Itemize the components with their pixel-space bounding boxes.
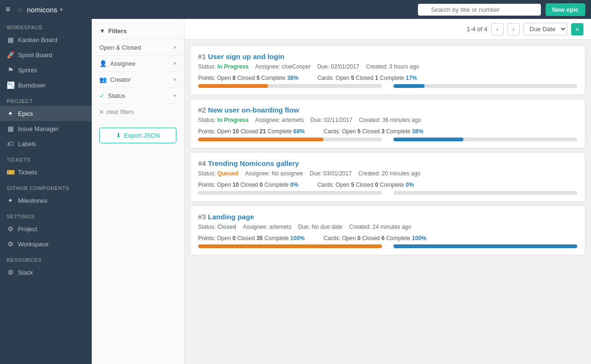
filter-status[interactable]: ✓ Status ▾ xyxy=(92,87,184,104)
clear-filters[interactable]: ✕ clear filters xyxy=(92,104,184,120)
epic-title: #4 Trending Nomicons gallery xyxy=(198,159,577,167)
slack-icon: ⚙ xyxy=(7,269,14,276)
home-icon[interactable]: ⌂ xyxy=(17,5,22,14)
filter-creator[interactable]: 👥 Creator ▾ xyxy=(92,71,184,87)
sidebar-item-tickets[interactable]: 🎫 Tickets xyxy=(0,165,92,180)
list-view-button[interactable]: ≡ xyxy=(571,23,583,35)
clear-icon: ✕ xyxy=(99,109,104,115)
prev-page-button[interactable]: ‹ xyxy=(491,23,504,35)
content-area: 1-4 of 4 ‹ › Due Date ≡ #1 User sign up … xyxy=(184,19,591,364)
sidebar-item-kanban[interactable]: ▦ Kanban Board xyxy=(0,32,92,47)
sidebar-item-milestones[interactable]: ✦ Milestones xyxy=(0,193,92,208)
cards-bar-container xyxy=(393,84,577,88)
points-bar-track xyxy=(198,84,382,88)
epic-points: Points: Open 8 Closed 5 Complete 38% xyxy=(198,75,298,81)
sidebar-item-issue-manager[interactable]: ▦ Issue Manager xyxy=(0,121,92,136)
filter-open-closed[interactable]: Open & Closed ▾ xyxy=(92,39,184,55)
new-epic-button[interactable]: New epic xyxy=(546,3,585,16)
sidebar-item-sprints[interactable]: ⚑ Sprints xyxy=(0,62,92,78)
sidebar-item-sprint[interactable]: 🚀 Sprint Board xyxy=(0,47,92,62)
epic-title: #1 User sign up and login xyxy=(198,52,577,61)
next-page-button[interactable]: › xyxy=(507,23,520,35)
main-body: Workspace ▦ Kanban Board 🚀 Sprint Board … xyxy=(0,19,591,364)
sidebar-label-kanban: Kanban Board xyxy=(18,36,57,43)
issue-manager-icon: ▦ xyxy=(7,125,14,132)
content-toolbar: 1-4 of 4 ‹ › Due Date ≡ xyxy=(184,19,591,40)
cards-bar-track xyxy=(393,138,577,141)
topbar-right: 🔍 New epic xyxy=(418,3,585,16)
epic-card[interactable]: #4 Trending Nomicons gallery Status: Que… xyxy=(190,152,585,202)
topbar: ≡ ⌂ nomicons ▾ 🔍 New epic xyxy=(0,0,591,19)
filter-assignee-left: 👤 Assignee xyxy=(99,60,135,67)
points-bar-container xyxy=(198,138,382,141)
epic-cards: Cards: Open 0 Closed 6 Complete 100% xyxy=(324,235,427,242)
epic-title: #3 Landing page xyxy=(198,213,577,221)
export-json-label: Export JSON xyxy=(124,132,160,139)
filter-assignee[interactable]: 👤 Assignee ▾ xyxy=(92,55,184,71)
cards-bar-fill xyxy=(393,84,425,88)
filter-header: ▼ Filters xyxy=(92,23,184,39)
cards-bar-fill xyxy=(393,244,577,248)
epic-points: Points: Open 0 Closed 35 Complete 100% xyxy=(198,235,305,242)
github-section-label: GitHub Components xyxy=(0,180,92,193)
filter-assignee-label: Assignee xyxy=(110,60,135,67)
sidebar-item-workspace-settings[interactable]: ⚙ Workspace xyxy=(0,236,92,251)
epic-card[interactable]: #1 User sign up and login Status: In Pro… xyxy=(190,45,585,95)
epic-number: #1 xyxy=(198,52,208,61)
hamburger-icon[interactable]: ≡ xyxy=(6,5,10,14)
epic-meta: Status: In Progress Assignee: cloeCooper… xyxy=(198,63,577,70)
sidebar-label-epics: Epics xyxy=(18,110,33,117)
epic-due: Due: 02/01/2017 xyxy=(317,63,359,70)
filter-open-closed-chevron: ▾ xyxy=(174,44,176,51)
sort-select[interactable]: Due Date xyxy=(523,23,567,35)
sidebar-item-slack[interactable]: ⚙ Slack xyxy=(0,265,92,280)
sidebar-label-sprints: Sprints xyxy=(18,67,37,74)
export-json-button[interactable]: ⬇ Export JSON xyxy=(99,128,176,143)
epic-meta: Status: In Progress Assignee: artemets D… xyxy=(198,117,577,123)
sprints-icon: ⚑ xyxy=(7,66,14,74)
sidebar-label-burndown: Burndown xyxy=(18,82,46,89)
points-bar-track xyxy=(198,191,382,195)
cards-bar-container xyxy=(393,244,577,248)
sidebar-item-burndown[interactable]: 📉 Burndown xyxy=(0,78,92,93)
epic-meta: Status: Closed Assignee: artemets Due: N… xyxy=(198,224,577,230)
workspace-section-label: Workspace xyxy=(0,19,92,32)
filter-creator-left: 👥 Creator xyxy=(99,76,130,83)
epic-card[interactable]: #3 Landing page Status: Closed Assignee:… xyxy=(190,206,585,255)
epic-bars xyxy=(198,191,577,195)
project-settings-icon: ⚙ xyxy=(7,225,14,233)
filter-panel: ▼ Filters Open & Closed ▾ 👤 Assignee ▾ 👥… xyxy=(92,19,184,364)
epic-cards: Cards: Open 5 Closed 3 Complete 38% xyxy=(324,128,424,135)
search-input[interactable] xyxy=(418,4,541,16)
epic-status-value: Queued xyxy=(217,170,239,177)
epic-created: Created: 24 minutes ago xyxy=(349,224,411,230)
settings-section-label: Settings xyxy=(0,208,92,221)
epic-cards: Cards: Open 5 Closed 0 Complete 0% xyxy=(317,182,414,188)
tickets-icon: 🎫 xyxy=(7,168,14,176)
sidebar-label-tickets: Tickets xyxy=(18,169,37,176)
epic-due: Due: 02/11/2017 xyxy=(310,117,352,123)
epic-stats: Points: Open 0 Closed 35 Complete 100% C… xyxy=(198,235,577,242)
epic-points: Points: Open 10 Closed 0 Complete 0% xyxy=(198,182,298,188)
dropdown-arrow-icon[interactable]: ▾ xyxy=(60,7,63,13)
epic-created: Created: 20 minutes ago xyxy=(358,170,420,177)
cards-bar-container xyxy=(393,191,577,195)
epic-assignee: Assignee: artemets xyxy=(243,224,292,230)
epic-status-value: In Progress xyxy=(217,117,249,123)
resources-section-label: Resources xyxy=(0,251,92,265)
status-check-icon: ✓ xyxy=(99,92,104,99)
sidebar-label-milestones: Milestones xyxy=(18,197,47,204)
project-name: nomicons xyxy=(27,6,57,14)
epic-card[interactable]: #2 New user on-boarding flow Status: In … xyxy=(190,99,585,148)
filter-icon: ▼ xyxy=(99,27,105,35)
epic-status-label: Status: In Progress xyxy=(198,63,249,70)
cards-bar-fill xyxy=(393,138,463,141)
breadcrumb: nomicons ▾ xyxy=(27,6,63,14)
burndown-icon: 📉 xyxy=(7,81,14,89)
sidebar-item-epics[interactable]: ✦ Epics xyxy=(0,106,92,121)
sidebar-item-labels[interactable]: 🏷 Labels xyxy=(0,136,92,151)
sidebar-item-project-settings[interactable]: ⚙ Project xyxy=(0,221,92,236)
points-bar-fill xyxy=(198,84,268,88)
points-bar-container xyxy=(198,244,382,248)
sidebar: Workspace ▦ Kanban Board 🚀 Sprint Board … xyxy=(0,19,92,364)
